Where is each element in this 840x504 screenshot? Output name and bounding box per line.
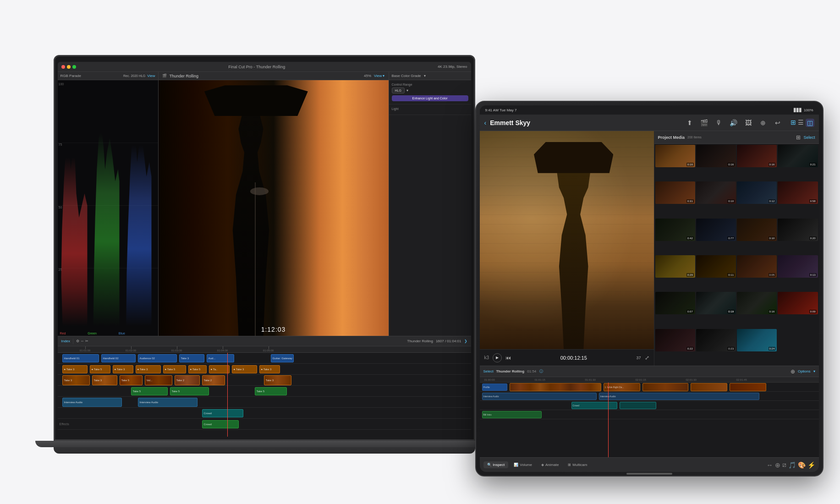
media-thumb-13[interactable]: 0:29 [655, 255, 695, 278]
bottom-zoom-icon[interactable]: ↔ [767, 461, 773, 469]
animate-tab[interactable]: ◈ Animate [538, 461, 562, 468]
ipad-options-button[interactable]: Options [798, 369, 811, 373]
media-thumb-3[interactable]: 0:16 [737, 145, 777, 167]
ipad-crowd-clip[interactable]: Crowd [571, 402, 617, 409]
media-thumb-7[interactable]: 0:12 [737, 181, 777, 204]
play-button[interactable]: ▶ [493, 353, 502, 362]
clip-crowd[interactable]: Crowd [202, 409, 243, 417]
clip-take3-1[interactable]: ● Take 3 [62, 365, 88, 373]
ipad-clip-1-cont[interactable] [642, 383, 688, 391]
inspect-tab[interactable]: 🔍 Inspect [483, 461, 509, 468]
ipad-audio-2[interactable]: Interview Audio [599, 393, 759, 400]
clip-take5-2[interactable]: ● Take 5 [163, 365, 186, 373]
clip-take3-2[interactable]: ● Take 3 [113, 365, 133, 373]
clip-handheld-02[interactable]: Handheld 02 [101, 354, 136, 362]
clip-video-1[interactable]: Take 3 [62, 375, 90, 385]
photos-icon[interactable]: 🖼 [743, 117, 754, 128]
media-thumb-23[interactable]: 0:24 [737, 329, 777, 351]
list-view-button[interactable]: ☰ [798, 119, 804, 127]
bottom-color-icon[interactable]: 🎨 [798, 461, 806, 469]
playhead[interactable] [227, 353, 228, 437]
clip-video-5[interactable]: Take 2 [175, 375, 200, 385]
close-window-button[interactable] [61, 65, 65, 69]
clip-take5-green-1[interactable]: Take 5 [131, 387, 168, 395]
media-thumb-5[interactable]: 0:31 [655, 181, 695, 204]
color-panel-chevron[interactable]: ▾ [424, 74, 426, 78]
clip-handheld-01[interactable]: Handheld 01 [62, 354, 99, 362]
media-thumb-20[interactable]: 0:09 [778, 292, 818, 314]
media-thumb-15[interactable]: 0:05 [737, 255, 777, 278]
media-thumb-19[interactable]: 0:16 [737, 292, 777, 314]
maximize-window-button[interactable] [72, 65, 76, 69]
clip-video-3[interactable]: Take 5 [120, 375, 143, 385]
clip-interview-audio-1[interactable]: Interview Audio [62, 398, 122, 407]
ipad-playhead[interactable] [608, 383, 609, 457]
bottom-crop-icon[interactable]: ⧄ [782, 461, 786, 469]
share-icon[interactable]: ⬆ [684, 117, 695, 128]
bottom-speed-icon[interactable]: ⚡ [807, 461, 815, 469]
media-thumb-21[interactable]: 0:22 [655, 329, 695, 351]
ipad-select-label[interactable]: Select [483, 369, 494, 373]
media-thumb-22[interactable]: 0:23 [696, 329, 736, 351]
clip-effects-1[interactable]: Crowd [202, 420, 239, 428]
back-button[interactable]: ‹ [484, 119, 487, 126]
clip-take3-3[interactable]: ● Take 3 [136, 365, 161, 373]
clip-video-6[interactable]: Take 2 [202, 375, 225, 385]
ipad-options-chevron[interactable]: ▾ [813, 369, 815, 373]
bottom-audio-icon[interactable]: 🎵 [788, 461, 796, 469]
media-thumb-11[interactable]: 0:10 [737, 219, 777, 241]
ipad-clip-1[interactable]: Profile [482, 383, 507, 391]
media-thumb-12[interactable]: 0:20 [778, 219, 818, 241]
hlg-chevron[interactable]: ▾ [406, 88, 408, 93]
index-button[interactable]: Index [61, 339, 71, 343]
mic-icon[interactable]: 🎙 [714, 117, 725, 128]
media-thumb-18[interactable]: 0:19 [696, 292, 736, 314]
clip-take3-4[interactable]: ● Take 3 [232, 365, 257, 373]
voiceover-icon[interactable]: 🔊 [728, 117, 739, 128]
media-thumb-6[interactable]: 0:10 [696, 181, 736, 204]
grid-view-button[interactable]: ⊞ [791, 119, 796, 127]
undo-icon[interactable]: ↩ [772, 117, 783, 128]
clip-take5-green-2[interactable]: Take 5 [170, 387, 209, 395]
clip-take3-header[interactable]: Take 3 [179, 354, 204, 362]
ipad-clip-1-end[interactable] [691, 383, 727, 391]
view-button[interactable]: View ▾ [374, 74, 384, 78]
volume-tab[interactable]: 📊 Volume [510, 461, 536, 468]
bottom-settings-icon[interactable]: ⊕ [775, 461, 780, 469]
clip-video-2[interactable]: Take 3 [92, 375, 117, 385]
media-thumb-9[interactable]: 0:42 [655, 219, 695, 241]
camera-icon[interactable]: 🎬 [699, 117, 710, 128]
ipad-bill-intro-clip[interactable]: Bill Intro [482, 411, 542, 418]
media-thumb-4[interactable]: 0:21 [778, 145, 818, 167]
media-thumb-2[interactable]: 0:16 [696, 145, 736, 167]
clip-interview-audio-2[interactable]: Interview Audio [138, 398, 198, 407]
split-view-button[interactable]: ◫ [806, 119, 814, 127]
ipad-clip-1-last[interactable] [730, 383, 766, 391]
ipad-crowd-clip-2[interactable] [620, 402, 656, 409]
minimize-window-button[interactable] [67, 65, 71, 69]
enhance-button[interactable]: Enhance Light and Color [392, 95, 468, 101]
clip-video-7[interactable]: Take 3 [264, 375, 291, 385]
select-button[interactable]: Select [803, 135, 815, 140]
themes-icon[interactable]: ⊕ [758, 117, 769, 128]
multicam-tab[interactable]: ⊞ Multicam [564, 461, 591, 468]
clip-take5-green-3[interactable]: Take 5 [255, 387, 287, 395]
ipad-clip-1-wide-right[interactable]: 1: Wide Right Da... [604, 383, 640, 391]
clip-video-4[interactable]: Val... [145, 375, 172, 385]
media-layout-icon[interactable]: ⊞ [796, 134, 801, 141]
ipad-clip-main[interactable] [510, 383, 601, 391]
skip-back-button[interactable]: ⏮ [505, 355, 511, 361]
timeline-nav[interactable]: ❯ [464, 339, 467, 343]
media-thumb-1[interactable]: 0:16 [655, 145, 695, 167]
scope-view-button[interactable]: View [147, 74, 155, 78]
clip-audience-02[interactable]: Audience 02 [138, 354, 177, 362]
media-thumb-8[interactable]: 0:58 [778, 181, 818, 204]
clip-aud-header[interactable]: Aud... [207, 354, 234, 362]
magnetic-timeline-icon[interactable]: ⊕ [791, 368, 795, 375]
clip-take5-1[interactable]: ● Take 5 [90, 365, 110, 373]
info-icon[interactable]: ⓘ [539, 369, 543, 373]
clip-ta-1[interactable]: ● Ta.. [209, 365, 230, 373]
media-thumb-14[interactable]: 0:11 [696, 255, 736, 278]
media-thumb-17[interactable]: 0:07 [655, 292, 695, 314]
clip-take3-5[interactable]: ● Take 3 [259, 365, 280, 373]
